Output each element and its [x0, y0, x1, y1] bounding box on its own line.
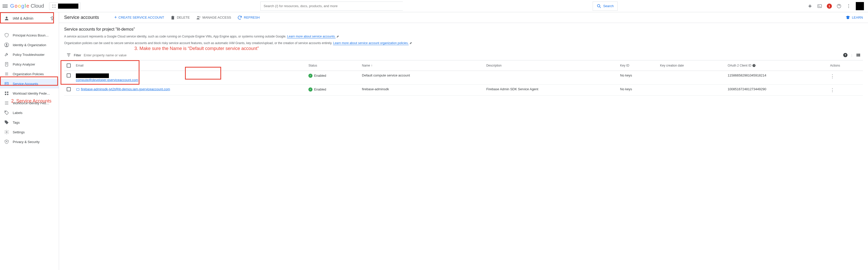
sidebar-item-label: Policy Troubleshooter	[13, 53, 44, 57]
learn-button[interactable]: LEARN	[845, 15, 863, 20]
select-all-checkbox[interactable]	[67, 63, 71, 68]
sidebar-item-service-accounts[interactable]: Service Accounts	[0, 79, 59, 88]
filter-label: Filter	[74, 53, 81, 57]
external-icon: ⬈	[336, 35, 339, 38]
email-link[interactable]: firebase-adminsdk-jvt2t@lit-demos.iam.gs…	[81, 87, 170, 91]
learn-more-sa-link[interactable]: Learn more about service accounts.	[287, 35, 336, 38]
svg-text:?: ?	[753, 64, 755, 67]
name-cell: Default compute service account	[359, 71, 484, 85]
trash-icon	[170, 15, 175, 20]
email-link[interactable]: compute@developer.gserviceaccount.com	[76, 78, 138, 82]
delete-button[interactable]: DELETE	[170, 15, 190, 20]
sidebar-item-label: Workload Identity Fede…	[13, 91, 50, 96]
person-circle-icon	[4, 42, 9, 48]
search-button[interactable]: Search	[593, 2, 617, 11]
svg-rect-41	[858, 54, 859, 57]
logo[interactable]: GoogleCloud	[10, 3, 44, 9]
help-filled-icon[interactable]: ?	[843, 53, 848, 58]
status-text: Enabled	[314, 74, 326, 78]
sidebar-item-identity-org[interactable]: Identity & Organization	[0, 40, 59, 50]
topbar-right: 1	[807, 2, 866, 10]
filter-input[interactable]	[84, 53, 843, 57]
learn-more-org-link[interactable]: Learn more about service account organiz…	[333, 41, 409, 45]
check-icon: ✓	[308, 87, 312, 91]
sidebar-item-settings[interactable]: Settings	[0, 127, 59, 137]
svg-rect-42	[859, 54, 860, 57]
row-checkbox[interactable]	[67, 87, 71, 91]
help-icon[interactable]	[836, 4, 841, 9]
sidebar-item-policy-troubleshooter[interactable]: Policy Troubleshooter	[0, 50, 59, 59]
filter-row: Filter ? |	[64, 50, 863, 60]
sidebar-item-policy-analyzer[interactable]: Policy Analyzer	[0, 59, 59, 69]
sidebar-item-privacy-security[interactable]: Privacy & Security	[0, 137, 59, 146]
notification-badge[interactable]: 1	[827, 4, 832, 9]
svg-point-33	[6, 141, 7, 142]
hamburger-icon[interactable]	[2, 3, 8, 9]
pin-icon[interactable]	[50, 16, 55, 21]
sidebar-header[interactable]: IAM & Admin	[0, 12, 59, 25]
svg-point-2	[53, 7, 53, 7]
search-input[interactable]	[264, 4, 403, 8]
gear-icon	[4, 130, 9, 135]
topbar: GoogleCloud Search 1	[0, 0, 868, 12]
col-keydate[interactable]: Key creation date	[657, 60, 725, 71]
content-desc-1: A service account represents a Google Cl…	[64, 34, 863, 39]
col-name[interactable]: Name ↑	[359, 60, 484, 71]
sidebar-item-labels[interactable]: Labels	[0, 108, 59, 117]
search-bar[interactable]	[260, 2, 403, 11]
help-small-icon[interactable]: ?	[752, 64, 756, 67]
columns-icon[interactable]	[856, 53, 861, 58]
content: 1. Select IAM & Admin Service accounts f…	[59, 23, 868, 101]
svg-rect-6	[817, 5, 822, 8]
svg-text:?: ?	[844, 53, 846, 57]
desc-cell: Firebase Admin SDK Service Agent	[484, 85, 618, 96]
page-title: Service accounts	[64, 15, 99, 20]
col-name-label: Name	[362, 64, 370, 67]
badge-small-icon	[76, 87, 80, 91]
filter-icon[interactable]	[66, 53, 71, 58]
svg-rect-45	[76, 88, 80, 90]
sidebar-item-org-policies[interactable]: Organization Policies	[0, 69, 59, 79]
col-status[interactable]: Status	[306, 60, 359, 71]
svg-rect-24	[5, 91, 6, 93]
sidebar-item-label: Settings	[13, 130, 25, 134]
table-row[interactable]: firebase-adminsdk-jvt2t@lit-demos.iam.gs…	[64, 85, 863, 96]
col-desc[interactable]: Description	[484, 60, 618, 71]
lock-icon	[4, 139, 9, 144]
svg-point-13	[6, 44, 7, 45]
col-email[interactable]: Email	[73, 60, 306, 71]
wrench-icon	[4, 52, 9, 57]
gemini-icon[interactable]	[807, 4, 812, 9]
desc1-text: A service account represents a Google Cl…	[64, 35, 287, 38]
svg-point-4	[597, 4, 600, 7]
col-oauth[interactable]: OAuth 2 Client ID ?	[725, 60, 828, 71]
row-checkbox[interactable]	[67, 74, 71, 78]
sidebar-item-tags[interactable]: Tags	[0, 117, 59, 127]
create-service-account-button[interactable]: +CREATE SERVICE ACCOUNT	[114, 15, 164, 20]
content-subtitle: Service accounts for project "lit-demos"	[64, 27, 863, 32]
doc-icon	[4, 62, 9, 67]
sidebar-item-workload-identity[interactable]: Workload Identity Fede…	[0, 88, 59, 98]
avatar[interactable]	[856, 2, 864, 10]
manage-access-button[interactable]: MANAGE ACCESS	[196, 15, 231, 20]
svg-point-32	[6, 132, 7, 133]
col-oauth-label: OAuth 2 Client ID	[727, 64, 751, 67]
project-selector[interactable]	[49, 2, 81, 10]
sidebar-item-workforce-identity[interactable]: Workforce Identity Fed…	[0, 98, 59, 108]
external-icon: ⬈	[409, 41, 412, 45]
row-actions-icon[interactable]: ⋮	[830, 74, 835, 79]
table-row[interactable]: compute@developer.gserviceaccount.com ✓E…	[64, 71, 863, 85]
more-icon[interactable]	[846, 4, 851, 9]
svg-point-1	[55, 5, 55, 5]
cloud-shell-icon[interactable]	[817, 4, 822, 9]
col-keyid[interactable]: Key ID	[618, 60, 657, 71]
refresh-button[interactable]: REFRESH	[237, 15, 259, 20]
status-text: Enabled	[314, 87, 326, 91]
sidebar-item-principal-access[interactable]: Principal Access Boun…	[0, 30, 59, 40]
sidebar-item-label: Identity & Organization	[13, 43, 46, 47]
status-badge: ✓Enabled	[308, 87, 326, 91]
row-actions-icon[interactable]: ⋮	[830, 87, 835, 92]
sidebar-item-label: Organization Policies	[13, 72, 44, 76]
person-plus-icon	[196, 15, 201, 20]
svg-point-21	[6, 83, 6, 84]
